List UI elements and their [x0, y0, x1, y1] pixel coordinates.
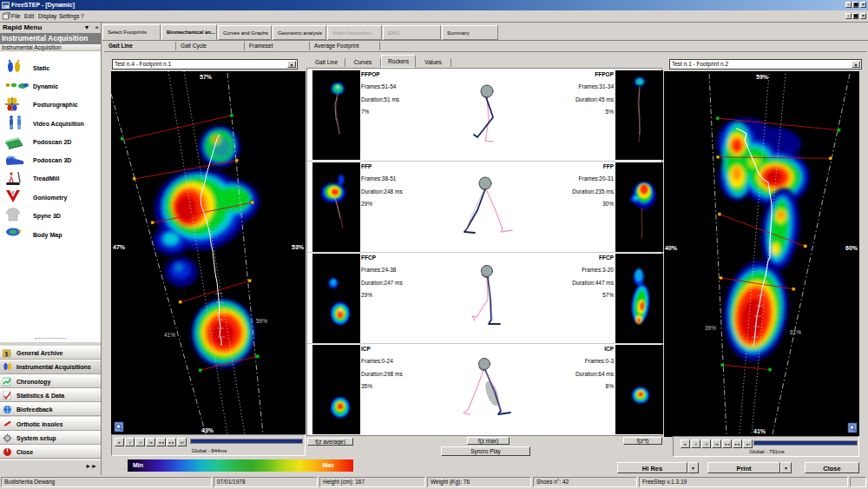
- svg-text:40%: 40%: [665, 245, 678, 251]
- svg-text:59%: 59%: [756, 74, 769, 80]
- svg-text:53%: 53%: [292, 244, 305, 250]
- svg-text:60%: 60%: [845, 245, 858, 251]
- svg-text:57%: 57%: [200, 74, 213, 80]
- svg-text:41%: 41%: [753, 428, 766, 434]
- svg-text:39%: 39%: [705, 325, 716, 331]
- svg-text:47%: 47%: [113, 244, 126, 250]
- svg-text:41%: 41%: [164, 332, 175, 338]
- svg-text:6': 6': [11, 190, 15, 195]
- svg-text:43%: 43%: [201, 427, 214, 433]
- svg-text:$: $: [5, 351, 9, 358]
- svg-text:59%: 59%: [256, 318, 267, 324]
- svg-text:61%: 61%: [790, 329, 801, 335]
